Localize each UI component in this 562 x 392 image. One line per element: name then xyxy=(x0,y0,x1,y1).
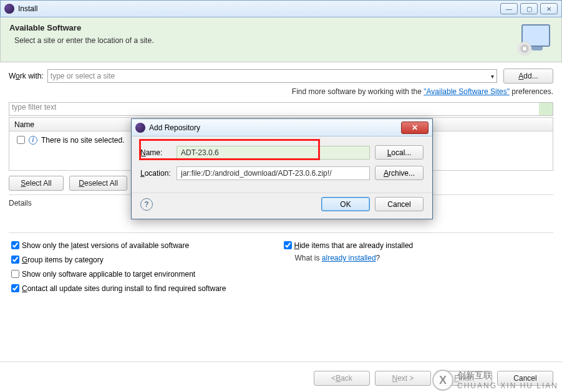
filter-decoration xyxy=(539,103,553,115)
row-checkbox[interactable] xyxy=(17,136,25,144)
already-installed-link[interactable]: already installed xyxy=(322,254,376,262)
dialog-cancel-button[interactable]: Cancel xyxy=(375,197,424,211)
install-icon xyxy=(518,23,553,55)
check-target-env[interactable] xyxy=(11,270,19,278)
location-label: Location: xyxy=(140,169,177,178)
what-is-installed: What is already installed? xyxy=(281,254,554,262)
location-input[interactable]: jar:file:/D:/android_download/ADT-23.0.6… xyxy=(177,166,370,180)
dialog-titlebar: Add Repository ✕ xyxy=(132,119,432,136)
banner-subtext: Select a site or enter the location of a… xyxy=(9,36,518,45)
name-input[interactable]: ADT-23.0.6 xyxy=(177,146,370,160)
chevron-down-icon: ▾ xyxy=(491,73,494,80)
minimize-button[interactable]: — xyxy=(500,3,518,14)
next-button[interactable]: Next > xyxy=(375,371,431,386)
wizard-banner: Available Software Select a site or ente… xyxy=(0,17,562,62)
check-group-category[interactable] xyxy=(11,256,19,264)
work-with-label: Work with: xyxy=(9,72,44,80)
ok-button[interactable]: OK xyxy=(321,197,370,211)
available-software-sites-link[interactable]: "Available Software Sites" xyxy=(424,87,510,96)
window-titlebar: Install — ▢ ✕ xyxy=(0,0,562,17)
options-area: Show only the latest versions of availab… xyxy=(9,237,553,297)
filter-input[interactable]: type filter text xyxy=(9,102,553,116)
info-icon: i xyxy=(29,136,37,145)
back-button[interactable]: < Back xyxy=(314,371,370,386)
check-contact-sites[interactable] xyxy=(11,284,19,292)
work-with-row: Work with: type or select a site ▾ Add..… xyxy=(9,69,553,84)
watermark-logo: X 创新互联CHUANG XIN HU LIAN xyxy=(432,370,558,391)
add-repository-dialog: Add Repository ✕ Name: ADT-23.0.6 Local.… xyxy=(131,118,433,219)
empty-message: There is no site selected. xyxy=(41,136,124,145)
eclipse-icon xyxy=(4,4,14,14)
work-with-combo[interactable]: type or select a site ▾ xyxy=(47,69,497,83)
deselect-all-button[interactable]: Deselect All xyxy=(69,176,127,191)
dialog-title: Add Repository xyxy=(149,123,200,132)
maximize-button[interactable]: ▢ xyxy=(520,3,538,14)
name-label: Name: xyxy=(140,148,177,157)
software-sites-hint: Find more software by working with the "… xyxy=(9,87,553,96)
help-icon[interactable]: ? xyxy=(140,198,153,211)
separator xyxy=(9,232,553,233)
archive-button[interactable]: Archive... xyxy=(375,166,424,180)
close-button[interactable]: ✕ xyxy=(540,3,558,14)
check-latest-versions[interactable] xyxy=(11,241,19,249)
work-with-placeholder: type or select a site xyxy=(51,72,115,80)
local-button[interactable]: Local... xyxy=(375,145,424,160)
select-all-button[interactable]: Select All xyxy=(9,176,64,191)
check-hide-installed[interactable] xyxy=(284,241,292,249)
eclipse-icon xyxy=(135,123,145,133)
filter-placeholder: type filter text xyxy=(12,103,56,112)
window-title: Install xyxy=(18,4,37,13)
dialog-close-button[interactable]: ✕ xyxy=(401,122,429,134)
footer-separator xyxy=(0,361,562,362)
banner-heading: Available Software xyxy=(9,23,518,32)
add-button[interactable]: Add... xyxy=(503,69,553,84)
